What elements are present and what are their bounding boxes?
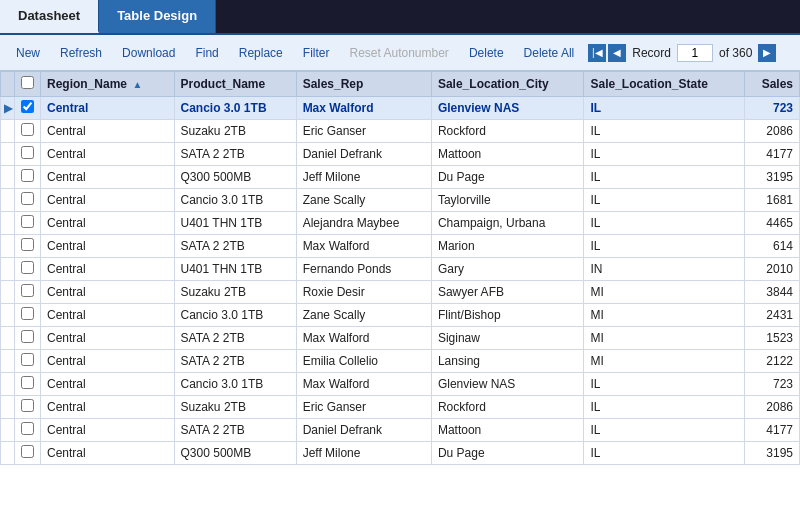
row-checkbox[interactable]: [21, 399, 34, 412]
row-checkbox[interactable]: [21, 422, 34, 435]
header-city[interactable]: Sale_Location_City: [431, 72, 584, 97]
header-state[interactable]: Sale_Location_State: [584, 72, 745, 97]
row-checkbox[interactable]: [21, 100, 34, 113]
cell-state: IL: [584, 212, 745, 235]
row-indicator: [1, 396, 15, 419]
header-sales-rep[interactable]: Sales_Rep: [296, 72, 431, 97]
delete-button[interactable]: Delete: [459, 42, 514, 64]
row-checkbox[interactable]: [21, 169, 34, 182]
row-checkbox-cell[interactable]: [15, 212, 41, 235]
find-button[interactable]: Find: [185, 42, 228, 64]
row-checkbox-cell[interactable]: [15, 189, 41, 212]
cell-city: Flint/Bishop: [431, 304, 584, 327]
row-checkbox-cell[interactable]: [15, 442, 41, 465]
row-checkbox-cell[interactable]: [15, 419, 41, 442]
row-indicator: [1, 350, 15, 373]
new-button[interactable]: New: [6, 42, 50, 64]
table-row: CentralCancio 3.0 1TBMax WalfordGlenview…: [1, 373, 800, 396]
tab-bar: Datasheet Table Design: [0, 0, 800, 35]
row-indicator: [1, 235, 15, 258]
row-checkbox-cell[interactable]: [15, 166, 41, 189]
cell-state: IL: [584, 143, 745, 166]
current-record-arrow: ▶: [4, 102, 12, 114]
cell-region: Central: [41, 97, 175, 120]
header-row: Region_Name ▲ Product_Name Sales_Rep Sal…: [1, 72, 800, 97]
cell-sales-rep: Max Walford: [296, 97, 431, 120]
cell-region: Central: [41, 281, 175, 304]
cell-product: Cancio 3.0 1TB: [174, 373, 296, 396]
nav-prev-button[interactable]: ◀: [608, 44, 626, 62]
row-checkbox[interactable]: [21, 445, 34, 458]
row-checkbox-cell[interactable]: [15, 97, 41, 120]
cell-product: SATA 2 2TB: [174, 143, 296, 166]
row-checkbox[interactable]: [21, 146, 34, 159]
row-checkbox-cell[interactable]: [15, 120, 41, 143]
table-row: CentralSATA 2 2TBDaniel DefrankMattoonIL…: [1, 419, 800, 442]
cell-state: IL: [584, 419, 745, 442]
header-sales[interactable]: Sales: [745, 72, 800, 97]
row-checkbox-cell[interactable]: [15, 373, 41, 396]
cell-product: Cancio 3.0 1TB: [174, 97, 296, 120]
row-indicator: [1, 189, 15, 212]
tab-table-design[interactable]: Table Design: [99, 0, 216, 33]
cell-product: U401 THN 1TB: [174, 212, 296, 235]
cell-state: IL: [584, 235, 745, 258]
row-indicator: [1, 281, 15, 304]
tab-datasheet[interactable]: Datasheet: [0, 0, 99, 33]
row-checkbox-cell[interactable]: [15, 281, 41, 304]
row-checkbox[interactable]: [21, 307, 34, 320]
row-checkbox-cell[interactable]: [15, 304, 41, 327]
row-indicator: [1, 442, 15, 465]
row-checkbox[interactable]: [21, 192, 34, 205]
row-checkbox-cell[interactable]: [15, 327, 41, 350]
reset-autonumber-button[interactable]: Reset Autonumber: [339, 42, 458, 64]
replace-button[interactable]: Replace: [229, 42, 293, 64]
row-indicator: [1, 258, 15, 281]
row-checkbox[interactable]: [21, 284, 34, 297]
record-label: Record: [632, 46, 671, 60]
cell-city: Glenview NAS: [431, 97, 584, 120]
row-checkbox[interactable]: [21, 330, 34, 343]
nav-next-button[interactable]: ▶: [758, 44, 776, 62]
row-checkbox-cell[interactable]: [15, 350, 41, 373]
select-all-checkbox[interactable]: [21, 76, 34, 89]
row-checkbox[interactable]: [21, 238, 34, 251]
delete-all-button[interactable]: Delete All: [514, 42, 585, 64]
row-checkbox[interactable]: [21, 353, 34, 366]
cell-sales-rep: Eric Ganser: [296, 120, 431, 143]
nav-first-button[interactable]: |◀: [588, 44, 606, 62]
row-checkbox[interactable]: [21, 123, 34, 136]
cell-sales-rep: Roxie Desir: [296, 281, 431, 304]
row-checkbox-cell[interactable]: [15, 396, 41, 419]
cell-state: MI: [584, 304, 745, 327]
cell-sales: 2086: [745, 120, 800, 143]
table-row: CentralSATA 2 2TBEmilia CollelioLansingM…: [1, 350, 800, 373]
cell-region: Central: [41, 143, 175, 166]
row-checkbox-cell[interactable]: [15, 143, 41, 166]
cell-region: Central: [41, 235, 175, 258]
cell-product: Q300 500MB: [174, 166, 296, 189]
filter-button[interactable]: Filter: [293, 42, 340, 64]
row-checkbox[interactable]: [21, 215, 34, 228]
row-indicator: [1, 304, 15, 327]
cell-sales: 4465: [745, 212, 800, 235]
cell-product: SATA 2 2TB: [174, 327, 296, 350]
header-select-all[interactable]: [15, 72, 41, 97]
cell-sales: 723: [745, 373, 800, 396]
row-checkbox[interactable]: [21, 376, 34, 389]
download-button[interactable]: Download: [112, 42, 185, 64]
row-checkbox[interactable]: [21, 261, 34, 274]
cell-sales: 4177: [745, 143, 800, 166]
record-navigation: |◀ ◀ Record of 360 ▶: [588, 44, 776, 62]
record-input[interactable]: [677, 44, 713, 62]
cell-product: U401 THN 1TB: [174, 258, 296, 281]
refresh-button[interactable]: Refresh: [50, 42, 112, 64]
cell-city: Siginaw: [431, 327, 584, 350]
header-product[interactable]: Product_Name: [174, 72, 296, 97]
row-checkbox-cell[interactable]: [15, 258, 41, 281]
cell-region: Central: [41, 350, 175, 373]
header-region[interactable]: Region_Name ▲: [41, 72, 175, 97]
row-checkbox-cell[interactable]: [15, 235, 41, 258]
tab-dark-area: [216, 0, 800, 33]
cell-city: Glenview NAS: [431, 373, 584, 396]
